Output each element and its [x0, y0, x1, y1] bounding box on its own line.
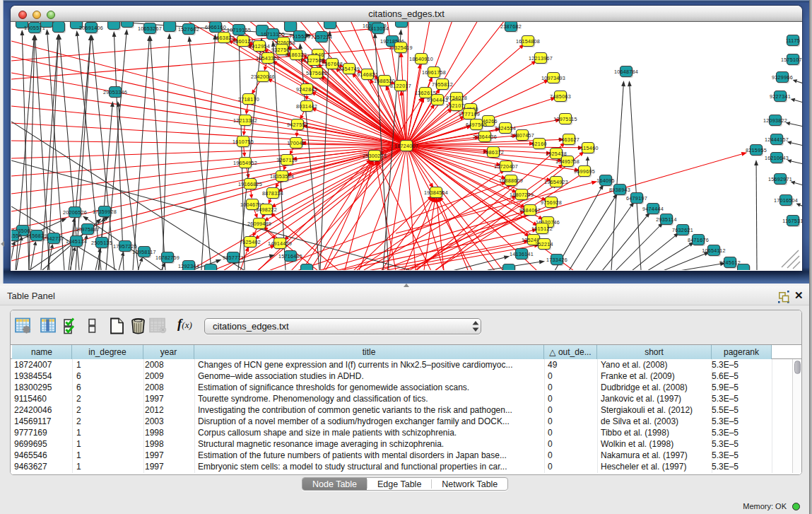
svg-text:20691406: 20691406	[79, 25, 103, 31]
svg-text:3267110: 3267110	[276, 157, 297, 163]
svg-text:391554: 391554	[11, 233, 22, 239]
svg-text:12444157: 12444157	[765, 136, 789, 143]
svg-text:19384554: 19384554	[424, 189, 448, 196]
svg-text:5875685: 5875685	[306, 70, 327, 76]
svg-text:9463627: 9463627	[558, 136, 579, 143]
svg-text:10543362: 10543362	[256, 55, 280, 62]
svg-text:2387682: 2387682	[500, 23, 522, 30]
svg-text:11175: 11175	[786, 37, 800, 44]
svg-text:8912954: 8912954	[249, 43, 270, 49]
svg-text:10654112: 10654112	[702, 247, 726, 254]
svg-text:15716485: 15716485	[278, 253, 302, 259]
svg-text:7986372: 7986372	[483, 149, 504, 156]
svg-text:62160: 62160	[531, 141, 546, 147]
svg-text:18353594: 18353594	[270, 173, 294, 180]
svg-text:16961758: 16961758	[422, 69, 446, 76]
svg-text:20206526: 20206526	[63, 209, 87, 216]
svg-text:8938943: 8938943	[609, 187, 630, 193]
svg-text:19654952: 19654952	[233, 160, 257, 166]
svg-text:8215955: 8215955	[746, 147, 767, 153]
svg-text:8031442: 8031442	[296, 103, 317, 110]
svg-text:10653267: 10653267	[138, 25, 162, 32]
svg-text:10719155: 10719155	[227, 27, 251, 33]
svg-text:19654923: 19654923	[544, 179, 568, 185]
svg-text:23420046: 23420046	[251, 74, 275, 80]
svg-text:8878334: 8878334	[262, 190, 283, 197]
svg-text:9904443: 9904443	[427, 97, 448, 103]
svg-text:1527602: 1527602	[178, 26, 199, 33]
svg-text:15720407: 15720407	[494, 163, 518, 170]
svg-text:2935114: 2935114	[656, 216, 676, 223]
svg-text:9684067: 9684067	[519, 207, 541, 214]
svg-text:15692971: 15692971	[768, 176, 792, 182]
svg-text:7485063: 7485063	[550, 93, 571, 100]
svg-text:14136141: 14136141	[510, 251, 534, 257]
svg-text:10975887: 10975887	[76, 226, 100, 233]
svg-text:10958117: 10958117	[132, 249, 156, 255]
svg-text:17359928: 17359928	[93, 209, 117, 215]
svg-text:1292344: 1292344	[178, 263, 199, 269]
svg-text:7955812: 7955812	[432, 81, 453, 88]
svg-text:10648784: 10648784	[614, 69, 638, 75]
svg-text:9329966: 9329966	[772, 74, 793, 81]
svg-text:6966160: 6966160	[205, 24, 226, 30]
svg-text:9699695: 9699695	[574, 168, 595, 175]
svg-text:7625402: 7625402	[240, 239, 261, 245]
svg-text:14914439: 14914439	[268, 240, 292, 247]
svg-text:3498222: 3498222	[256, 206, 277, 213]
svg-text:8413054: 8413054	[367, 25, 389, 32]
svg-text:13495758: 13495758	[555, 158, 579, 165]
svg-text:18640910: 18640910	[409, 56, 433, 62]
svg-text:164095: 164095	[596, 177, 615, 184]
svg-text:9777109: 9777109	[459, 111, 480, 117]
svg-text:9227341: 9227341	[770, 93, 791, 100]
svg-text:6497505: 6497505	[466, 122, 487, 128]
svg-text:16154808: 16154808	[516, 38, 540, 45]
svg-text:17016504: 17016504	[774, 197, 798, 204]
svg-text:12093822: 12093822	[763, 117, 787, 124]
svg-text:8471676: 8471676	[688, 237, 709, 243]
svg-text:12213382: 12213382	[233, 117, 257, 124]
svg-text:6479197: 6479197	[626, 195, 647, 201]
svg-text:1167531: 1167531	[782, 218, 802, 224]
svg-text:3824554: 3824554	[495, 125, 516, 132]
svg-text:16782759: 16782759	[155, 255, 180, 261]
svg-text:170042: 170042	[287, 140, 305, 146]
svg-text:10973493: 10973493	[541, 75, 565, 81]
svg-text:9146821: 9146821	[357, 71, 378, 78]
svg-text:10807457: 10807457	[510, 132, 534, 139]
svg-text:9427552: 9427552	[287, 122, 308, 128]
svg-text:9857771: 9857771	[223, 255, 244, 261]
svg-text:9115460: 9115460	[577, 145, 598, 151]
svg-text:9245612: 9245612	[719, 259, 741, 266]
svg-text:7663822: 7663822	[213, 35, 235, 41]
svg-text:26099489: 26099489	[247, 221, 271, 227]
svg-text:29053346: 29053346	[103, 89, 127, 95]
svg-text:20364436: 20364436	[473, 134, 497, 140]
svg-text:7357224: 7357224	[311, 34, 332, 40]
svg-text:1610755: 1610755	[233, 139, 254, 145]
svg-text:1733426: 1733426	[546, 257, 567, 263]
svg-text:1345134: 1345134	[66, 238, 87, 245]
svg-text:19166825: 19166825	[238, 181, 262, 187]
svg-text:16888609: 16888609	[499, 177, 523, 184]
svg-text:9242845: 9242845	[296, 86, 317, 93]
svg-text:16713155: 16713155	[261, 31, 285, 37]
svg-text:9474444: 9474444	[642, 206, 664, 212]
svg-text:252214: 252214	[535, 241, 553, 247]
svg-text:1615122: 1615122	[531, 226, 553, 232]
svg-text:2505135: 2505135	[91, 240, 112, 246]
svg-text:25300273: 25300273	[363, 153, 387, 159]
svg-text:12213967: 12213967	[529, 55, 553, 62]
svg-text:2942737: 2942737	[43, 235, 64, 242]
svg-text:18807249: 18807249	[510, 192, 534, 198]
svg-text:15751074: 15751074	[781, 57, 802, 63]
svg-text:16210643: 16210643	[765, 155, 789, 161]
svg-text:7632621: 7632621	[672, 227, 693, 233]
svg-text:18724007: 18724007	[394, 143, 418, 149]
svg-text:12975115: 12975115	[553, 116, 577, 122]
svg-text:11325419: 11325419	[389, 45, 413, 51]
svg-text:8122017: 8122017	[390, 83, 411, 89]
svg-text:2718170: 2718170	[238, 96, 259, 103]
svg-text:7515525: 7515525	[289, 33, 310, 40]
